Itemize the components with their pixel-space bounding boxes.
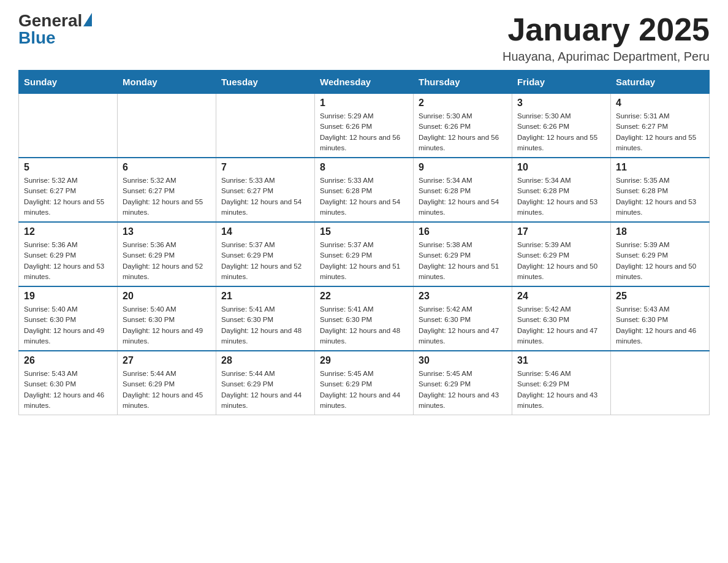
day-number: 13	[123, 226, 211, 237]
weekday-header-wednesday: Wednesday	[315, 71, 414, 94]
day-info: Sunrise: 5:43 AMSunset: 6:30 PMDaylight:…	[24, 369, 112, 411]
calendar-cell: 29Sunrise: 5:45 AMSunset: 6:29 PMDayligh…	[315, 351, 414, 415]
calendar-cell: 28Sunrise: 5:44 AMSunset: 6:29 PMDayligh…	[216, 351, 315, 415]
day-number: 16	[419, 226, 507, 237]
day-number: 25	[616, 291, 704, 302]
day-number: 18	[616, 226, 704, 237]
calendar-cell	[118, 94, 216, 158]
calendar-cell: 15Sunrise: 5:37 AMSunset: 6:29 PMDayligh…	[315, 222, 414, 286]
day-number: 17	[517, 226, 605, 237]
calendar-cell: 20Sunrise: 5:40 AMSunset: 6:30 PMDayligh…	[118, 286, 216, 351]
day-info: Sunrise: 5:42 AMSunset: 6:30 PMDaylight:…	[517, 304, 605, 347]
day-info: Sunrise: 5:41 AMSunset: 6:30 PMDaylight:…	[221, 304, 309, 347]
day-info: Sunrise: 5:46 AMSunset: 6:29 PMDaylight:…	[517, 369, 605, 411]
calendar-cell: 1Sunrise: 5:29 AMSunset: 6:26 PMDaylight…	[315, 94, 414, 158]
day-number: 19	[24, 291, 112, 302]
day-number: 7	[221, 162, 309, 173]
calendar-cell: 13Sunrise: 5:36 AMSunset: 6:29 PMDayligh…	[118, 222, 216, 286]
day-info: Sunrise: 5:32 AMSunset: 6:27 PMDaylight:…	[123, 175, 211, 218]
calendar-cell	[19, 94, 118, 158]
day-info: Sunrise: 5:34 AMSunset: 6:28 PMDaylight:…	[517, 175, 605, 218]
day-number: 10	[517, 162, 605, 173]
week-row-2: 5Sunrise: 5:32 AMSunset: 6:27 PMDaylight…	[19, 158, 710, 222]
day-info: Sunrise: 5:30 AMSunset: 6:26 PMDaylight:…	[517, 111, 605, 153]
day-number: 8	[320, 162, 408, 173]
day-info: Sunrise: 5:34 AMSunset: 6:28 PMDaylight:…	[419, 175, 507, 218]
calendar-cell: 7Sunrise: 5:33 AMSunset: 6:27 PMDaylight…	[216, 158, 315, 222]
day-number: 9	[419, 162, 507, 173]
day-number: 1	[320, 98, 408, 109]
week-row-1: 1Sunrise: 5:29 AMSunset: 6:26 PMDaylight…	[19, 94, 710, 158]
day-number: 31	[517, 355, 605, 366]
day-info: Sunrise: 5:45 AMSunset: 6:29 PMDaylight:…	[419, 369, 507, 411]
weekday-header-monday: Monday	[118, 71, 216, 94]
day-info: Sunrise: 5:37 AMSunset: 6:29 PMDaylight:…	[221, 240, 309, 282]
weekday-header-thursday: Thursday	[414, 71, 512, 94]
day-number: 29	[320, 355, 408, 366]
day-number: 22	[320, 291, 408, 302]
day-number: 24	[517, 291, 605, 302]
day-number: 14	[221, 226, 309, 237]
page-header: General Blue January 2025 Huayana, Apuri…	[18, 12, 710, 64]
day-number: 15	[320, 226, 408, 237]
logo: General Blue	[18, 12, 92, 47]
day-info: Sunrise: 5:44 AMSunset: 6:29 PMDaylight:…	[123, 369, 211, 411]
day-info: Sunrise: 5:32 AMSunset: 6:27 PMDaylight:…	[24, 175, 112, 218]
day-info: Sunrise: 5:36 AMSunset: 6:29 PMDaylight:…	[123, 240, 211, 282]
weekday-header-tuesday: Tuesday	[216, 71, 315, 94]
logo-blue: Blue	[18, 28, 56, 47]
day-number: 28	[221, 355, 309, 366]
calendar-cell: 26Sunrise: 5:43 AMSunset: 6:30 PMDayligh…	[19, 351, 118, 415]
day-info: Sunrise: 5:35 AMSunset: 6:28 PMDaylight:…	[616, 175, 704, 218]
day-number: 6	[123, 162, 211, 173]
day-number: 26	[24, 355, 112, 366]
page-subtitle: Huayana, Apurimac Department, Peru	[502, 50, 710, 64]
week-row-5: 26Sunrise: 5:43 AMSunset: 6:30 PMDayligh…	[19, 351, 710, 415]
day-number: 11	[616, 162, 704, 173]
calendar-table: SundayMondayTuesdayWednesdayThursdayFrid…	[18, 70, 710, 415]
day-info: Sunrise: 5:40 AMSunset: 6:30 PMDaylight:…	[24, 304, 112, 347]
calendar-cell: 16Sunrise: 5:38 AMSunset: 6:29 PMDayligh…	[414, 222, 512, 286]
calendar-cell: 31Sunrise: 5:46 AMSunset: 6:29 PMDayligh…	[512, 351, 611, 415]
weekday-header-sunday: Sunday	[19, 71, 118, 94]
day-info: Sunrise: 5:43 AMSunset: 6:30 PMDaylight:…	[616, 304, 704, 347]
calendar-cell: 11Sunrise: 5:35 AMSunset: 6:28 PMDayligh…	[611, 158, 710, 222]
day-info: Sunrise: 5:29 AMSunset: 6:26 PMDaylight:…	[320, 111, 408, 153]
calendar-cell: 5Sunrise: 5:32 AMSunset: 6:27 PMDaylight…	[19, 158, 118, 222]
day-info: Sunrise: 5:30 AMSunset: 6:26 PMDaylight:…	[419, 111, 507, 153]
calendar-cell: 30Sunrise: 5:45 AMSunset: 6:29 PMDayligh…	[414, 351, 512, 415]
day-number: 27	[123, 355, 211, 366]
day-info: Sunrise: 5:39 AMSunset: 6:29 PMDaylight:…	[616, 240, 704, 282]
calendar-cell: 23Sunrise: 5:42 AMSunset: 6:30 PMDayligh…	[414, 286, 512, 351]
day-number: 4	[616, 98, 704, 109]
calendar-cell: 4Sunrise: 5:31 AMSunset: 6:27 PMDaylight…	[611, 94, 710, 158]
page-title: January 2025	[502, 12, 710, 47]
logo-general: General	[18, 12, 82, 29]
day-info: Sunrise: 5:40 AMSunset: 6:30 PMDaylight:…	[123, 304, 211, 347]
calendar-cell: 8Sunrise: 5:33 AMSunset: 6:28 PMDaylight…	[315, 158, 414, 222]
day-info: Sunrise: 5:45 AMSunset: 6:29 PMDaylight:…	[320, 369, 408, 411]
calendar-cell: 21Sunrise: 5:41 AMSunset: 6:30 PMDayligh…	[216, 286, 315, 351]
calendar-cell: 27Sunrise: 5:44 AMSunset: 6:29 PMDayligh…	[118, 351, 216, 415]
day-number: 12	[24, 226, 112, 237]
day-info: Sunrise: 5:37 AMSunset: 6:29 PMDaylight:…	[320, 240, 408, 282]
week-row-4: 19Sunrise: 5:40 AMSunset: 6:30 PMDayligh…	[19, 286, 710, 351]
calendar-cell: 2Sunrise: 5:30 AMSunset: 6:26 PMDaylight…	[414, 94, 512, 158]
calendar-cell: 3Sunrise: 5:30 AMSunset: 6:26 PMDaylight…	[512, 94, 611, 158]
calendar-cell: 18Sunrise: 5:39 AMSunset: 6:29 PMDayligh…	[611, 222, 710, 286]
day-number: 3	[517, 98, 605, 109]
day-number: 23	[419, 291, 507, 302]
day-info: Sunrise: 5:44 AMSunset: 6:29 PMDaylight:…	[221, 369, 309, 411]
week-row-3: 12Sunrise: 5:36 AMSunset: 6:29 PMDayligh…	[19, 222, 710, 286]
calendar-cell: 14Sunrise: 5:37 AMSunset: 6:29 PMDayligh…	[216, 222, 315, 286]
day-number: 30	[419, 355, 507, 366]
weekday-header-saturday: Saturday	[611, 71, 710, 94]
calendar-cell: 12Sunrise: 5:36 AMSunset: 6:29 PMDayligh…	[19, 222, 118, 286]
day-info: Sunrise: 5:38 AMSunset: 6:29 PMDaylight:…	[419, 240, 507, 282]
day-number: 21	[221, 291, 309, 302]
weekday-header-friday: Friday	[512, 71, 611, 94]
day-number: 5	[24, 162, 112, 173]
calendar-cell: 10Sunrise: 5:34 AMSunset: 6:28 PMDayligh…	[512, 158, 611, 222]
day-info: Sunrise: 5:33 AMSunset: 6:28 PMDaylight:…	[320, 175, 408, 218]
day-number: 20	[123, 291, 211, 302]
